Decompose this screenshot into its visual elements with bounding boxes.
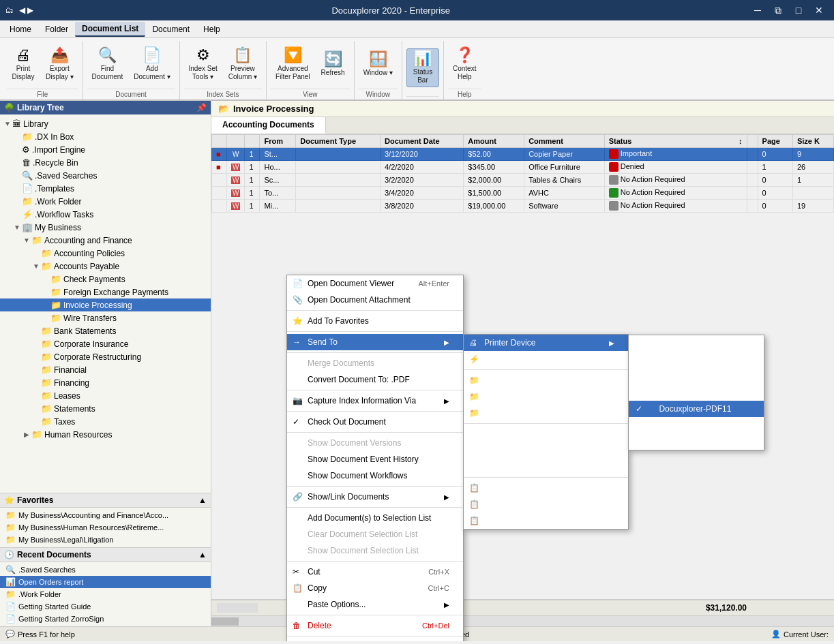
tree-item-templates[interactable]: 📄 .Templates <box>0 182 211 195</box>
tree-item-recycle-bin[interactable]: 🗑 .Recycle Bin <box>0 156 211 169</box>
tree-item-acct-policies[interactable]: 📁 Accounting Policies <box>0 247 211 260</box>
col-header-date[interactable]: Document Date <box>380 135 463 148</box>
recent-item-saved-searches[interactable]: 🔍 .Saved Searches <box>0 564 211 576</box>
ctx-ms-print-pdf[interactable]: Microsoft Print to PDF <box>629 384 764 401</box>
ctx-clipboard-pdf[interactable]: 📋 Windows Clipboard As: .PDF <box>464 496 628 512</box>
window-button[interactable]: 🪟 Window ▾ <box>359 49 398 80</box>
menu-document[interactable]: Document <box>145 22 196 36</box>
ctx-open-viewer[interactable]: 📄 Open Document Viewer Alt+Enter <box>287 275 463 292</box>
ctx-dxplorer-pdf11[interactable]: ✓ Docuxplorer-PDF11 <box>629 401 764 417</box>
tree-item-corporate-insurance[interactable]: 📁 Corporate Insurance <box>0 337 211 350</box>
advanced-filter-button[interactable]: 🔽 AdvancedFilter Panel <box>271 45 315 84</box>
tree-toggle-library[interactable]: ▼ <box>3 120 12 127</box>
menu-home[interactable]: Home <box>3 22 38 36</box>
ctx-email-dx[interactable]: ✉ Email Recipient As: DX Link File <box>464 459 628 475</box>
ctx-adobe-pdf[interactable]: Adobe PDF <box>629 417 764 433</box>
export-display-button[interactable]: 📤 ExportDisplay ▾ <box>41 45 78 84</box>
tree-item-wire-transfers[interactable]: 📁 Wire Transfers <box>0 311 211 324</box>
tree-item-financing[interactable]: 📁 Financing <box>0 376 211 389</box>
col-header-sort[interactable] <box>245 135 260 148</box>
library-tree-container[interactable]: ▼ 🏛 Library 📁 .DX In Box ⚙ .Import Engin… <box>0 114 211 493</box>
ctx-properties[interactable]: 🔧 Properties F11 <box>287 639 463 641</box>
ctx-add-selection[interactable]: Add Document(s) to Selection List <box>287 510 463 526</box>
recent-item-getting-started[interactable]: 📄 Getting Started Guide <box>0 600 211 613</box>
favorites-item-0[interactable]: 📁 My Business\Accounting and Finance\Acc… <box>0 509 211 521</box>
tree-item-saved-searches[interactable]: 🔍 .Saved Searches <box>0 169 211 182</box>
tree-item-bank-statements[interactable]: 📁 Bank Statements <box>0 324 211 337</box>
print-display-button[interactable]: 🖨 PrintDisplay <box>7 45 40 84</box>
col-header-type[interactable] <box>227 135 245 148</box>
recent-documents-header[interactable]: 🕒 Recent Documents ▲ <box>0 547 211 562</box>
col-header-pages[interactable]: Page <box>758 135 792 148</box>
favorites-item-1[interactable]: 📁 My Business\Human Resources\Retireme..… <box>0 521 211 534</box>
ctx-add-favorites[interactable]: ⭐ Add To Favorites <box>287 313 463 329</box>
tree-item-library[interactable]: ▼ 🏛 Library <box>0 117 211 130</box>
recent-item-zorrosign[interactable]: 📄 Getting Started ZorroSign <box>0 613 211 625</box>
table-row[interactable]: W 1 To... 3/4/2020 $1,500.00 AVHC No Act… <box>212 187 834 200</box>
ctx-tiff-printer[interactable]: TIFF Image Printer 10.0 <box>629 335 764 352</box>
col-header-amount[interactable]: Amount <box>464 135 524 148</box>
tree-toggle-human-resources[interactable]: ▶ <box>22 431 31 438</box>
tree-item-taxes[interactable]: 📁 Taxes <box>0 415 211 428</box>
close-button[interactable]: ✕ <box>809 3 829 18</box>
ctx-convert-pdf[interactable]: Convert Document To: .PDF <box>287 371 463 388</box>
tree-item-foreign-exchange[interactable]: 📁 Foreign Exchange Payments <box>0 286 211 298</box>
ctx-printer-device[interactable]: 🖨 Printer Device ▶ TIFF Image Printer 10… <box>464 335 628 351</box>
find-document-button[interactable]: 🔍 FindDocument <box>87 45 128 84</box>
favorites-item-2[interactable]: 📁 My Business\Legal\Litigation <box>0 534 211 546</box>
col-header-size[interactable]: Size K <box>792 135 833 148</box>
refresh-button[interactable]: 🔄 Refresh <box>316 49 350 80</box>
tree-toggle-accounts-payable[interactable]: ▼ <box>31 262 41 270</box>
col-header-status[interactable]: Status ↕ <box>604 135 747 148</box>
maximize-button[interactable]: □ <box>789 3 808 18</box>
tree-item-corp-restructuring[interactable]: 📁 Corporate Restructuring <box>0 350 211 363</box>
table-row[interactable]: ■ W 1 Ho... 4/2/2020 $345.00 Office Furn… <box>212 161 834 174</box>
tree-item-invoice-processing[interactable]: 📁 Invoice Processing <box>0 298 211 311</box>
ctx-paste-options[interactable]: Paste Options... ▶ <box>287 596 463 613</box>
ctx-email-pdf[interactable]: ✉ Email Recipient As: .PDF <box>464 442 628 459</box>
library-tree-pin[interactable]: 📌 <box>196 103 207 112</box>
tree-item-dx-inbox[interactable]: 📁 .DX In Box <box>0 130 211 143</box>
ctx-delete[interactable]: 🗑 Delete Ctrl+Del <box>287 617 463 634</box>
ctx-show-link[interactable]: 🔗 Show/Link Documents ▶ <box>287 489 463 505</box>
ctx-event-history[interactable]: Show Document Event History <box>287 451 463 467</box>
context-help-button[interactable]: ❓ ContextHelp <box>448 45 481 84</box>
ctx-capture-index[interactable]: 📷 Capture Index Information Via ▶ <box>287 393 463 409</box>
col-header-status2[interactable] <box>747 135 758 148</box>
ctx-windows-folder-pdf[interactable]: 📁 Windows Folder As: .PDF <box>464 388 628 405</box>
table-row[interactable]: W 1 Mi... 3/8/2020 $19,000.00 Software N… <box>212 200 834 213</box>
tree-item-accounts-payable[interactable]: ▼ 📁 Accounts Payable <box>0 260 211 273</box>
ctx-email-recipient[interactable]: ✉ Email Recipient... <box>464 426 628 442</box>
tree-item-workflow-tasks[interactable]: ⚡ .Workflow Tasks <box>0 208 211 221</box>
ctx-send-to[interactable]: → Send To ▶ 🖨 Printer Device ▶ TIFF Imag… <box>287 334 463 350</box>
status-bar-button[interactable]: 📊 StatusBar <box>406 48 439 87</box>
menu-help[interactable]: Help <box>196 22 227 36</box>
ctx-abs-pdf[interactable]: ABS PDF Driver v400 <box>629 433 764 450</box>
minimize-button[interactable]: ─ <box>748 3 767 18</box>
index-set-tools-button[interactable]: ⚙ Index SetTools ▾ <box>184 45 222 84</box>
ctx-windows-folder-dx[interactable]: 📁 Windows Folder As: DX Link File <box>464 405 628 421</box>
tree-item-my-business[interactable]: ▼ 🏢 My Business <box>0 221 211 234</box>
ctx-check-out[interactable]: ✓ Check Out Document <box>287 414 463 430</box>
favorites-collapse-icon[interactable]: ▲ <box>198 495 207 505</box>
col-header-from[interactable]: From <box>260 135 296 148</box>
tab-accounting-documents[interactable]: Accounting Documents <box>211 117 326 134</box>
restore-button[interactable]: ⧉ <box>769 3 788 18</box>
ctx-cut[interactable]: ✂ Cut Ctrl+X <box>287 564 463 580</box>
tree-toggle-my-business[interactable]: ▼ <box>12 224 22 231</box>
tree-item-acct-finance[interactable]: ▼ 📁 Accounting and Finance <box>0 234 211 247</box>
recent-item-open-orders[interactable]: 📊 Open Orders report <box>0 576 211 588</box>
tree-item-check-payments[interactable]: 📁 Check Payments <box>0 273 211 286</box>
col-header-flag[interactable] <box>212 135 227 148</box>
ctx-doc-workflows[interactable]: Show Document Workflows <box>287 467 463 484</box>
col-header-doc-type[interactable]: Document Type <box>296 135 381 148</box>
ctx-onenote-2016[interactable]: Send To OneNote 2016 <box>629 352 764 368</box>
tree-item-financial[interactable]: 📁 Financial <box>0 363 211 376</box>
ctx-clipboard-dx[interactable]: 📋 Windows Clipboard As: DX Link File <box>464 512 628 529</box>
ctx-windows-folder[interactable]: 📁 Windows Folder... <box>464 372 628 388</box>
add-document-button[interactable]: 📄 AddDocument ▾ <box>129 45 175 84</box>
table-row[interactable]: ■ W 1 St... 3/12/2020 $52.00 Copier Pape… <box>212 148 834 161</box>
ctx-workflow[interactable]: ⚡ Workflow ▶ <box>464 351 628 367</box>
col-header-comment[interactable]: Comment <box>524 135 605 148</box>
menu-folder[interactable]: Folder <box>38 22 75 36</box>
